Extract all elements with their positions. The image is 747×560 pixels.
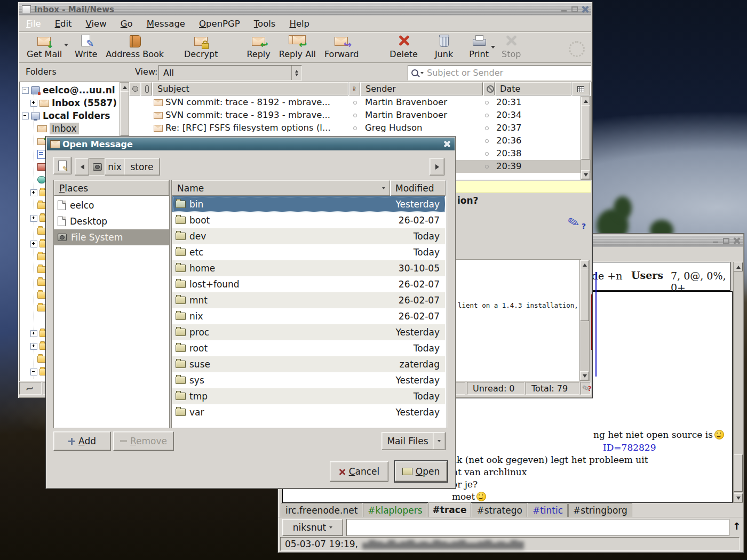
nick-button[interactable]: niksnut [282, 519, 343, 536]
junk-dot-icon[interactable] [485, 165, 489, 169]
tree-inbox-local[interactable]: Inbox [37, 122, 79, 135]
maximize-icon[interactable] [570, 5, 578, 13]
tree-account[interactable]: eelco@...uu.nl [22, 84, 115, 97]
tab-server[interactable]: irc.freenode.net [281, 503, 362, 517]
menu-go[interactable]: Go [114, 19, 140, 29]
message-row[interactable]: Re: [RFC] FSFS filesystem options (l... … [129, 122, 591, 134]
irc-message-input[interactable] [346, 519, 729, 536]
file-row[interactable]: sysYesterday [172, 372, 445, 388]
scrollbar-thumb[interactable] [581, 105, 590, 159]
chevron-down-icon[interactable] [491, 46, 495, 49]
minimize-icon[interactable] [711, 237, 719, 245]
get-mail-button[interactable]: ↓ Get Mail [22, 32, 66, 61]
path-store-button[interactable]: store [124, 158, 160, 175]
file-row[interactable]: varYesterday [172, 404, 445, 420]
maximize-icon[interactable] [722, 237, 730, 245]
file-row[interactable]: susezaterdag [172, 356, 445, 372]
tab-trace[interactable]: #trace [428, 502, 472, 517]
irc-scrollbar[interactable] [733, 262, 743, 503]
forward-button[interactable]: ↪ Forward [320, 32, 363, 61]
read-dot-icon[interactable] [353, 101, 357, 105]
close-icon[interactable] [443, 140, 451, 148]
file-row[interactable]: boot26-02-07 [172, 212, 445, 228]
tree-item[interactable] [37, 148, 45, 161]
path-nix-button[interactable]: nix [105, 158, 125, 175]
tab-tintic[interactable]: #tintic [528, 503, 568, 517]
filter-combo[interactable]: Mail Files [382, 432, 434, 450]
address-book-button[interactable]: Address Book [101, 32, 168, 61]
collapse-icon[interactable] [22, 113, 29, 119]
chevron-down-icon[interactable] [64, 44, 68, 46]
message-row[interactable]: SVN commit: trace - 8193 - mbrave... Mar… [129, 109, 591, 122]
print-button[interactable]: Print [465, 32, 493, 61]
junk-column-header[interactable] [483, 82, 495, 95]
filter-combo-arrow[interactable] [433, 432, 446, 450]
sender-column-header[interactable]: Sender [361, 82, 483, 95]
tab-stratego[interactable]: #stratego [472, 503, 527, 517]
file-row[interactable]: rootToday [172, 340, 445, 356]
expand-icon[interactable] [30, 189, 37, 196]
junk-dot-icon[interactable] [485, 139, 489, 143]
list-scrollbar[interactable] [581, 96, 591, 180]
collapse-icon[interactable] [22, 87, 29, 94]
reply-button[interactable]: ↩ Reply [242, 32, 274, 61]
chat-link[interactable]: ID=782829 [603, 442, 656, 453]
place-desktop[interactable]: Desktop [54, 213, 169, 229]
read-dot-icon[interactable] [353, 126, 357, 130]
scroll-down-icon[interactable] [580, 371, 589, 380]
view-filter-combo[interactable]: All [158, 65, 302, 81]
place-eelco[interactable]: eelco [54, 197, 169, 213]
place-file-system[interactable]: File System [54, 229, 169, 245]
menu-openpgp[interactable]: OpenPGP [192, 19, 247, 29]
close-icon[interactable] [733, 237, 741, 245]
file-row[interactable]: procYesterday [172, 324, 445, 340]
expand-icon[interactable] [30, 241, 37, 247]
attachment-column-header[interactable] [141, 82, 152, 95]
type-filename-button[interactable] [53, 157, 71, 174]
scrollbar-thumb[interactable] [580, 269, 589, 321]
collapse-icon[interactable] [30, 369, 37, 375]
add-button[interactable]: Add [53, 431, 111, 451]
close-icon[interactable] [581, 5, 589, 13]
junk-dot-icon[interactable] [485, 114, 489, 117]
expand-icon[interactable] [30, 215, 37, 222]
expand-icon[interactable] [30, 343, 37, 350]
body-scrollbar[interactable] [579, 260, 590, 381]
decrypt-button[interactable]: Decrypt [180, 32, 222, 61]
open-button[interactable]: Open [395, 461, 447, 482]
flag-column-header[interactable] [129, 82, 140, 95]
scroll-up-icon[interactable] [120, 83, 129, 92]
tree-inbox-remote[interactable]: Inbox (5587) [30, 97, 117, 109]
scrollbar-thumb[interactable] [734, 454, 743, 492]
menu-message[interactable]: Message [140, 19, 192, 29]
file-row-bin[interactable]: binYesterday [172, 196, 445, 212]
search-input[interactable] [426, 67, 591, 78]
junk-dot-icon[interactable] [485, 101, 489, 105]
column-picker[interactable] [572, 82, 590, 95]
file-row[interactable]: devToday [172, 228, 445, 244]
places-panel[interactable]: Places eelco Desktop File System [53, 180, 170, 428]
junk-dot-icon[interactable] [485, 152, 489, 156]
message-row[interactable]: SVN commit: trace - 8192 - mbrave... Mar… [129, 96, 591, 109]
reply-all-button[interactable]: ↩ Reply All [275, 32, 320, 61]
places-header[interactable]: Places [54, 180, 169, 196]
subject-column-header[interactable]: Subject [153, 82, 348, 95]
expand-icon[interactable] [30, 330, 37, 337]
spinner-icon[interactable] [291, 66, 301, 80]
path-forward-button[interactable] [430, 158, 444, 175]
delete-button[interactable]: Delete [385, 32, 422, 61]
send-up-icon[interactable]: ↑ [733, 521, 741, 532]
write-button[interactable]: ✎ Write [70, 32, 101, 61]
menu-edit[interactable]: Edit [48, 19, 79, 29]
scroll-down-icon[interactable] [734, 493, 743, 502]
scroll-up-icon[interactable] [734, 262, 743, 271]
tab-klaplopers[interactable]: #klaplopers [363, 503, 427, 517]
file-row[interactable]: home30-10-05 [172, 260, 445, 276]
dialog-titlebar[interactable]: Open Message [47, 138, 455, 150]
file-row[interactable]: tmpToday [172, 388, 445, 404]
search-box[interactable] [408, 65, 591, 81]
file-row[interactable]: nix26-02-07 [172, 308, 445, 324]
file-list-panel[interactable]: Name Modified binYesterday boot26-02-07 … [171, 180, 447, 428]
tree-local-folders[interactable]: Local Folders [22, 109, 110, 122]
path-back-button[interactable] [75, 158, 90, 175]
